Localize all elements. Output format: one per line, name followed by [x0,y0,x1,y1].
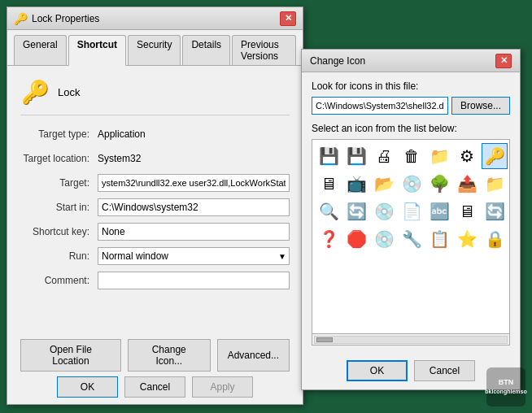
icon-name-row: 🔑 Lock [20,77,290,115]
target-location-row: Target location: System32 [20,150,290,167]
comment-label: Comment: [20,275,98,286]
icon-cell-15[interactable]: 📁 [509,171,510,197]
icon-cell-8[interactable]: 🖥 [316,171,342,197]
run-row: Run: Normal window ▼ [20,247,290,265]
lock-footer: OK Cancel Apply [7,376,303,398]
ci-browse-button[interactable]: Browse... [451,97,510,115]
change-icon-button[interactable]: Change Icon... [128,339,211,372]
open-file-location-button[interactable]: Open File Location [20,339,121,372]
target-location-label: Target location: [20,153,98,164]
watermark-line1: BTN [499,378,514,387]
lock-dialog-title: Lock Properties [32,13,99,24]
icon-cell-24[interactable]: ❓ [316,226,342,252]
ci-titlebar: Change Icon ✕ [302,50,520,72]
icon-cell-22[interactable]: 🔄 [482,198,508,224]
icon-cell-7[interactable]: 📷 [509,143,510,169]
target-label: Target: [20,177,98,189]
shortcut-name: Lock [58,86,80,98]
icon-cell-20[interactable]: 🔤 [426,198,452,224]
titlebar-left: 🔑 Lock Properties [14,12,99,25]
start-in-row: Start in: [20,198,290,216]
icon-cell-13[interactable]: 📤 [454,171,480,197]
icon-cell-26[interactable]: 💿 [371,226,397,252]
tab-general[interactable]: General [14,35,67,65]
tabs-bar: General Shortcut Security Details Previo… [7,30,303,66]
target-type-label: Target type: [20,128,98,140]
dialog-content: 🔑 Lock Target type: Application Target l… [7,66,303,307]
lock-cancel-button[interactable]: Cancel [124,376,185,398]
watermark: BTN bkiconghiemso [486,367,525,406]
icon-cell-11[interactable]: 💿 [399,171,425,197]
icon-cell-14[interactable]: 📁 [482,171,508,197]
icon-grid: 💾💾🖨🗑📁⚙🔑📷🖥📺📂💿🌳📤📁📁🔍🔄💿📄🔤🖥🔄📁❓🛑💿🔧📋⭐🔒🔑 [312,140,509,255]
ci-close-button[interactable]: ✕ [495,54,512,68]
icon-cell-18[interactable]: 💿 [371,198,397,224]
start-in-input[interactable] [98,198,290,216]
icon-grid-wrapper[interactable]: 💾💾🖨🗑📁⚙🔑📷🖥📺📂💿🌳📤📁📁🔍🔄💿📄🔤🖥🔄📁❓🛑💿🔧📋⭐🔒🔑 [312,139,510,334]
icon-cell-3[interactable]: 🗑 [399,143,425,169]
icon-cell-0[interactable]: 💾 [316,143,342,169]
ci-ok-button[interactable]: OK [347,360,408,381]
tab-security[interactable]: Security [128,35,181,65]
target-input[interactable] [98,174,290,192]
run-select-wrapper: Normal window ▼ [98,247,290,265]
icon-cell-23[interactable]: 📁 [509,198,510,224]
icon-cell-30[interactable]: 🔒 [482,226,508,252]
ci-file-input[interactable] [312,97,448,115]
icon-cell-12[interactable]: 🌳 [426,171,452,197]
ci-file-row: Browse... [312,97,510,115]
icon-scrollbar[interactable] [312,334,510,346]
icon-cell-6[interactable]: 🔑 [482,143,508,169]
run-select[interactable]: Normal window [98,247,290,265]
bottom-buttons: Open File Location Change Icon... Advanc… [20,339,290,372]
shortcut-key-input[interactable] [98,223,290,241]
target-row: Target: [20,174,290,192]
icon-cell-16[interactable]: 🔍 [316,198,342,224]
icon-cell-5[interactable]: ⚙ [454,143,480,169]
lock-properties-dialog: 🔑 Lock Properties ✕ General Shortcut Sec… [7,7,303,405]
icon-cell-10[interactable]: 📂 [371,171,397,197]
lock-apply-button[interactable]: Apply [192,376,253,398]
ci-cancel-button[interactable]: Cancel [414,360,475,381]
icon-cell-27[interactable]: 🔧 [399,226,425,252]
icon-cell-28[interactable]: 📋 [426,226,452,252]
icon-cell-21[interactable]: 🖥 [454,198,480,224]
shortcut-key-row: Shortcut key: [20,223,290,241]
lock-close-button[interactable]: ✕ [280,11,296,26]
target-location-value: System32 [98,153,141,164]
icon-cell-4[interactable]: 📁 [426,143,452,169]
ci-content: Look for icons in this file: Browse... S… [302,72,520,354]
tab-shortcut[interactable]: Shortcut [68,35,126,66]
comment-input[interactable] [98,272,290,289]
app-icon: 🔑 [20,77,50,107]
run-label: Run: [20,250,98,262]
target-type-row: Target type: Application [20,125,290,143]
lock-icon: 🔑 [14,12,27,25]
icon-cell-29[interactable]: ⭐ [454,226,480,252]
ci-select-label: Select an icon from the list below: [312,123,510,134]
lock-titlebar: 🔑 Lock Properties ✕ [7,7,303,30]
lock-ok-button[interactable]: OK [57,376,118,398]
change-icon-dialog: Change Icon ✕ Look for icons in this fil… [301,49,521,390]
tab-previous-versions[interactable]: Previous Versions [232,35,296,65]
icon-cell-17[interactable]: 🔄 [343,198,369,224]
target-type-value: Application [98,128,146,140]
icon-cell-19[interactable]: 📄 [399,198,425,224]
watermark-line2: bkiconghiemso [485,389,526,395]
ci-title: Change Icon [310,55,365,67]
icon-cell-31[interactable]: 🔑 [509,226,510,252]
shortcut-key-label: Shortcut key: [20,226,98,237]
scrollbar-track [314,336,508,344]
comment-row: Comment: [20,272,290,289]
icon-cell-25[interactable]: 🛑 [343,226,369,252]
advanced-button[interactable]: Advanced... [217,339,290,372]
scrollbar-thumb [316,337,333,342]
icon-cell-2[interactable]: 🖨 [371,143,397,169]
start-in-label: Start in: [20,202,98,213]
icon-cell-9[interactable]: 📺 [343,171,369,197]
icon-cell-1[interactable]: 💾 [343,143,369,169]
ci-look-for-label: Look for icons in this file: [312,80,510,92]
tab-details[interactable]: Details [182,35,230,65]
